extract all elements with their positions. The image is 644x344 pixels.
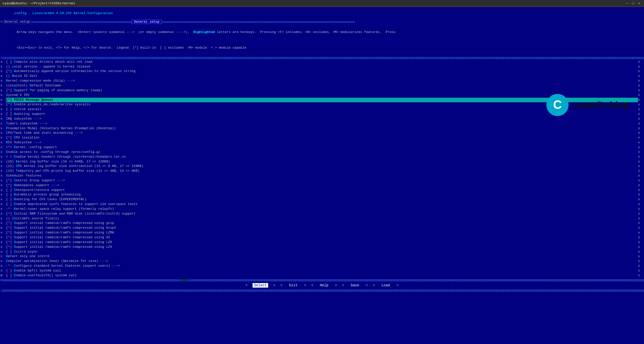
exit-bracket-right: >	[304, 283, 306, 287]
load-bracket-left: <	[373, 283, 375, 287]
menu-row: x [*] Support initial ramdisk/ramfs comp…	[0, 226, 644, 230]
save-bracket-left: <	[342, 283, 344, 287]
breadcrumb-sep-2: qqqqqqqqqqqqqqqqqqqqqqqqqqqqqqqqqqqqqqqq…	[162, 20, 355, 23]
menu-row: x < > Enable kernel headers through /sys…	[0, 155, 644, 159]
menu-top-border: lqqqqqqqqqqqqqqqqqqqqqqqqqqqqqqqqqqqqqqq…	[0, 56, 644, 60]
menu-row: x Kernel compression mode (Gzip) ---> x	[0, 79, 644, 83]
menu-row: m [ ] Enable userfaultfd() system call x	[0, 273, 644, 278]
load-bracket-right: >	[396, 283, 398, 287]
breadcrumb-bar: > General setup qqqqqqqqqqqqqqqqqqqqqqqq…	[0, 19, 644, 24]
menu-row: x [*] Automatically append version infor…	[0, 69, 644, 74]
nav-help: Arrow keys navigate the menu. <Enter> se…	[0, 24, 644, 56]
menu-row: x Preemption Model (Voluntary Kernel Pre…	[0, 126, 644, 131]
menu-row: x [*] Support for paging of anonymous me…	[0, 88, 644, 93]
menu-row: x -*- Configure standard kernel features…	[0, 264, 644, 268]
titlebar-controls: − □ ×	[625, 1, 641, 6]
menu-row: x CPU/Task time and stats accounting ---…	[0, 131, 644, 135]
menu-row-posix[interactable]: x [*] POSIX Message Queues x	[0, 98, 644, 102]
menu-row: x System V IPC x	[0, 93, 644, 98]
menu-row: x [ ] Auditing support x	[0, 112, 644, 117]
minimize-button[interactable]: −	[625, 1, 629, 6]
menu-row: x [ ] Boosting for CFS tasks (EXPERIMENT…	[0, 197, 644, 202]
menu-row: x RCU Subsystem ---> x	[0, 140, 644, 145]
highlighted-label: Highlighted	[193, 30, 215, 34]
menu-row: x [ ] uselib syscall x	[0, 107, 644, 112]
menu-row: x [*] Support initial ramdisk/ramfs comp…	[0, 245, 644, 250]
menu-row: x Timers subsystem ---> x	[0, 121, 644, 126]
titlebar: cyqsd@ubuntu: ~/Project/rk356x/kernel − …	[0, 0, 644, 7]
select-bracket-left: <	[246, 283, 248, 287]
menu-row: x [*] CPU isolation x	[0, 135, 644, 140]
load-button[interactable]: Load	[380, 283, 391, 288]
menu-row: x [ ] Compile also drivers which will no…	[0, 60, 644, 64]
maximize-button[interactable]: □	[631, 1, 635, 6]
bottom-border-line: jqqqqqqqqqqqqqqqqqqqqqqqqqqqqqqqqqqqqqqq…	[0, 289, 644, 293]
breadcrumb-arrow: >	[0, 20, 3, 24]
menu-row: x [*] Control Group support ---> x	[0, 178, 644, 183]
menu-row: x <*> Kernel .config support x	[0, 145, 644, 150]
menu-row: x [ ] Enable bpf() system call x	[0, 268, 644, 273]
help-bracket-left: <	[311, 283, 313, 287]
select-bracket-right: >	[273, 283, 275, 287]
save-bracket-right: >	[366, 283, 368, 287]
breadcrumb-item-1: General setup	[3, 20, 31, 24]
terminal: .config - Linux/arm64 4.19.232 Kernel Co…	[0, 7, 644, 344]
menu-row: x [*] Initial RAM filesystem and RAM dis…	[0, 212, 644, 216]
help-bracket-right: >	[335, 283, 337, 287]
nav-line2: <Esc><Esc> to exit, <?> for Help, </> fo…	[13, 46, 246, 50]
config-title: .config - Linux/arm64 4.19.232 Kernel Co…	[0, 7, 644, 19]
menu-row: x () Initramfs source file(s) x	[0, 216, 644, 221]
menu-bottom-border: mqqqqqqqqqqqqqqqqqqqqqqqqqqqqqqqqqqqqqqq…	[0, 279, 644, 282]
menu-row: x Enable access to .config through /proc…	[0, 150, 644, 155]
window: cyqsd@ubuntu: ~/Project/rk356x/kernel − …	[0, 0, 644, 344]
menu-row: x Compiler optimization level (Optimize …	[0, 259, 644, 264]
select-button[interactable]: Select	[253, 283, 268, 288]
menu-row: x [ ] Initrd async x	[0, 250, 644, 254]
save-button[interactable]: Save	[349, 283, 361, 288]
menu-row: x (13) Temporary per-CPU printk log buff…	[0, 169, 644, 174]
menu-row: x -*- Kernel->user space relay support (…	[0, 207, 644, 212]
menu-row: x Detect only one initrd x	[0, 254, 644, 259]
menu-row: x (18) Kernel log buffer size (16 => 64K…	[0, 159, 644, 164]
menu-items-container: C cyqsd's blog x [ ] Compile also driver…	[0, 60, 644, 282]
menu-row: x [ ] Checkpoint/restore support x	[0, 188, 644, 193]
menu-row: x (12) CPU kernel log buffer size contri…	[0, 164, 644, 169]
menu-row: x [*] Enable process_vm_readv/writev sys…	[0, 102, 644, 107]
menu-row: x [ ] Enable deprecated sysfs features t…	[0, 202, 644, 207]
exit-button[interactable]: Exit	[288, 283, 299, 288]
menu-row: x [*] Support initial ramdisk/ramfs comp…	[0, 235, 644, 240]
menu-row: x IRQ subsystem ---> x	[0, 117, 644, 121]
menu-row: x () Local version - append to kernel re…	[0, 64, 644, 69]
menu-row: x [*] Support initial ramdisk/ramfs comp…	[0, 240, 644, 245]
menu-row: x (localhost) Default hostname x	[0, 83, 644, 88]
menu-row: x [*] Support initial ramdisk/ramfs comp…	[0, 221, 644, 226]
config-title-text: .config - Linux/arm64 4.19.232 Kernel Co…	[13, 11, 113, 15]
menu-row: x [ ] Automatic process group scheduling…	[0, 192, 644, 197]
breadcrumb-item-active: General setup	[132, 20, 162, 24]
menu-row: x Scheduler features x	[0, 174, 644, 178]
menu-row: x [*] Namespaces support ---> x	[0, 183, 644, 188]
breadcrumb-sep-1: qqqqqqqqqqqqqqqqqqqqqqqqqqqqqqqqqqqqqqqq…	[31, 20, 132, 23]
window-title: cyqsd@ubuntu: ~/Project/rk356x/kernel	[3, 2, 75, 5]
close-button[interactable]: ×	[637, 1, 641, 6]
menu-row: x () Build ID Salt x	[0, 74, 644, 79]
bottom-buttons-bar: <Select> <Exit> <Help> <Save> <Load>	[0, 282, 644, 289]
exit-bracket-left: <	[280, 283, 283, 287]
nav-line1: Arrow keys navigate the menu. <Enter> se…	[13, 30, 395, 34]
help-button[interactable]: Help	[318, 283, 330, 288]
menu-row: x [*] Support initial ramdisk/ramfs comp…	[0, 230, 644, 235]
